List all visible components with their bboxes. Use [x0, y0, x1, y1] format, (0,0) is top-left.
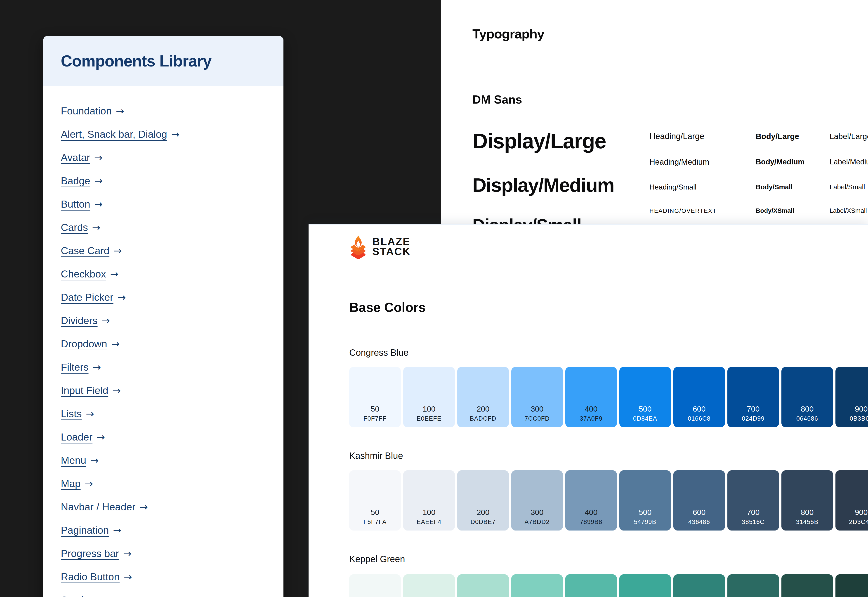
component-link[interactable]: Case Card [61, 245, 110, 257]
arrow-right-icon: → [96, 431, 105, 443]
color-swatch: 3007CC0FD [511, 367, 563, 427]
components-card-header: Components Library [43, 36, 283, 86]
component-link[interactable]: Navbar / Header [61, 501, 135, 513]
swatch-step-label: 300 [531, 508, 544, 517]
heading-large-sample: Heading/Large [649, 132, 704, 141]
color-swatch [781, 575, 833, 597]
palette-name: Keppel Green [349, 554, 405, 564]
component-link[interactable]: Checkbox [61, 268, 106, 280]
swatch-hex-label: 0166C8 [688, 415, 711, 422]
color-swatch: 50F0F7FF [349, 367, 401, 427]
component-link[interactable]: Avatar [61, 152, 90, 163]
swatch-hex-label: 54799B [634, 518, 656, 526]
base-colors-panel: BLAZE STACK Base Colors Congress Blue50F… [308, 224, 868, 597]
color-swatch [673, 575, 725, 597]
components-card-title: Components Library [61, 52, 212, 70]
color-swatch: 300A7BDD2 [511, 470, 563, 530]
label-xsmall-sample: Label/XSmall [829, 207, 867, 214]
arrow-right-icon: → [94, 175, 103, 187]
brand-wordmark: BLAZE STACK [372, 237, 411, 257]
arrow-right-icon: → [94, 198, 103, 210]
color-swatch [619, 575, 671, 597]
component-link[interactable]: Filters [61, 361, 89, 373]
arrow-right-icon: → [92, 221, 100, 233]
swatch-hex-label: BADCFD [470, 415, 496, 422]
swatch-hex-label: 31455B [796, 518, 818, 526]
flame-stack-icon [348, 234, 368, 260]
design-system-canvas: { "page": { "background": "#1B1B1B" }, "… [0, 0, 868, 597]
component-link[interactable]: Badge [61, 175, 90, 187]
color-swatch: 200BADCFD [457, 367, 509, 427]
component-link[interactable]: Pagination [61, 524, 109, 536]
heading-overtext-sample: HEADING/OVERTEXT [649, 207, 717, 214]
swatch-hex-label: 2D3C4E [849, 518, 868, 526]
component-link[interactable]: Radio Button [61, 571, 120, 583]
component-list-item: Navbar / Header→ [61, 495, 279, 518]
color-swatch [457, 575, 509, 597]
color-swatch [835, 575, 868, 597]
arrow-right-icon: → [123, 548, 132, 559]
component-link[interactable]: Lists [61, 408, 82, 420]
component-link[interactable]: Date Picker [61, 291, 114, 303]
swatch-row: 50F5F7FA100EAEEF4200D0DBE7300A7BDD240078… [349, 470, 868, 530]
label-small-sample: Label/Small [829, 183, 865, 191]
brand-word-line2: STACK [372, 247, 411, 257]
component-list-item: Progress bar→ [61, 542, 279, 565]
component-link[interactable]: Loader [61, 431, 92, 443]
component-link[interactable]: Section [61, 594, 95, 597]
display-large-sample: Display/Large [473, 129, 606, 153]
swatch-hex-label: 064686 [796, 415, 818, 422]
swatch-hex-label: E0EEFE [416, 415, 441, 422]
arrow-right-icon: → [124, 571, 132, 582]
component-link[interactable]: Progress bar [61, 548, 119, 560]
component-list-item: Checkbox→ [61, 262, 279, 286]
swatch-row [349, 575, 868, 597]
color-swatch [349, 575, 401, 597]
swatch-step-label: 400 [585, 508, 598, 517]
component-list-item: Alert, Snack bar, Dialog→ [61, 123, 279, 146]
component-link[interactable]: Foundation [61, 105, 112, 117]
component-list-item: Badge→ [61, 169, 279, 192]
component-link[interactable]: Alert, Snack bar, Dialog [61, 128, 167, 140]
swatch-hex-label: D0DBE7 [470, 518, 495, 526]
body-large-sample: Body/Large [755, 132, 799, 141]
heading-medium-sample: Heading/Medium [649, 157, 710, 166]
palette-name: Congress Blue [349, 348, 409, 358]
component-link[interactable]: Menu [61, 454, 86, 466]
body-small-sample: Body/Small [755, 183, 792, 191]
component-list-item: Dividers→ [61, 309, 279, 332]
color-swatch: 100EAEEF4 [403, 470, 455, 530]
color-swatch: 70038516C [727, 470, 779, 530]
component-link[interactable]: Dropdown [61, 338, 107, 350]
component-link[interactable]: Input Field [61, 385, 108, 397]
color-swatch [403, 575, 455, 597]
arrow-right-icon: → [93, 361, 101, 373]
arrow-right-icon: → [171, 128, 179, 140]
component-link[interactable]: Dividers [61, 315, 98, 327]
component-link[interactable]: Cards [61, 221, 88, 233]
component-link[interactable]: Map [61, 478, 81, 490]
font-family-name: DM Sans [473, 93, 522, 106]
body-xsmall-sample: Body/XSmall [755, 207, 794, 214]
arrow-right-icon: → [111, 338, 120, 350]
swatch-step-label: 600 [693, 508, 706, 517]
arrow-right-icon: → [85, 478, 93, 489]
component-list-item: Date Picker→ [61, 286, 279, 309]
swatch-row: 50F0F7FF100E0EEFE200BADCFD3007CC0FD40037… [349, 367, 868, 427]
color-swatch [565, 575, 617, 597]
swatch-hex-label: 7CC0FD [524, 415, 550, 422]
color-swatch: 50054799B [619, 470, 671, 530]
color-swatch: 700024D99 [727, 367, 779, 427]
swatch-step-label: 100 [423, 405, 435, 413]
component-link[interactable]: Button [61, 198, 90, 210]
component-list-item: Section→ [61, 588, 279, 597]
color-swatch: 50F5F7FA [349, 470, 401, 530]
swatch-hex-label: EAEEF4 [416, 518, 441, 526]
swatch-step-label: 900 [855, 405, 868, 413]
arrow-right-icon: → [90, 454, 99, 466]
component-list-item: Case Card→ [61, 239, 279, 262]
color-swatch: 9000B3B69 [835, 367, 868, 427]
component-list-item: Foundation→ [61, 99, 279, 123]
swatch-hex-label: 436486 [688, 518, 710, 526]
arrow-right-icon: → [117, 291, 126, 303]
